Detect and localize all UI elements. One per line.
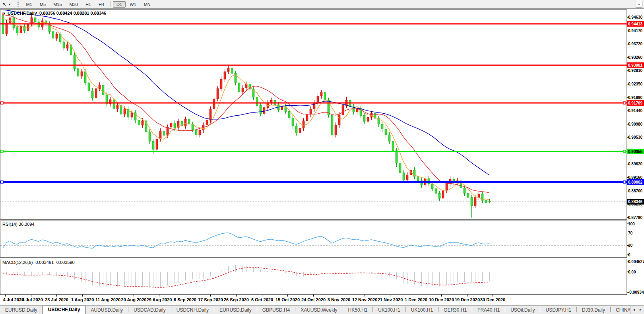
tab-eurusd-daily[interactable]: EURUSD,Daily [0,306,43,314]
candle-body [224,72,226,79]
tab-usdcad-daily[interactable]: USDCAD,Daily [128,306,171,314]
timeframe-button-mn[interactable]: MN [140,1,154,8]
line-selection-marker[interactable] [1,102,3,104]
timeframe-button-h1[interactable]: H1 [82,1,95,8]
candle-body [242,88,244,92]
toolbar-grip[interactable] [17,2,20,7]
candle-body [489,201,491,202]
candle-body [338,115,340,125]
tab-usdcnh-daily[interactable]: USDCNH,Daily [171,306,214,314]
line-selection-marker[interactable] [623,102,626,104]
svg-text:0.94413: 0.94413 [628,22,643,26]
tab-uk100-h1[interactable]: UK100,H1 [406,306,438,314]
candle-body [16,28,18,33]
candle-body [235,74,237,83]
tab-gbpusd-h4[interactable]: GBPUSD,H4 [257,306,295,314]
chart-area[interactable]: 0.946300.941700.937200.932600.928100.923… [0,9,644,305]
svg-text:29 Aug 2020: 29 Aug 2020 [147,297,172,302]
svg-text:23 Jul 2020: 23 Jul 2020 [45,297,68,302]
candle-body [20,27,22,33]
candle-body [99,85,101,89]
candle-body [464,188,466,193]
candle-body [292,118,294,126]
candle-body [270,100,272,103]
candle-body [363,116,365,122]
macd-pane-canvas[interactable] [0,259,627,295]
svg-text:1 Dec 2020: 1 Dec 2020 [405,297,427,302]
svg-text:0.92810: 0.92810 [628,68,643,73]
candle-body [213,99,215,109]
line-selection-marker[interactable] [1,150,3,153]
svg-text:-0.009348: -0.009348 [628,290,644,295]
candle-body [102,85,104,95]
candle-body [313,103,315,109]
tab-fra40-h1[interactable]: FRA40,H1 [472,306,505,314]
tab-uk100-h1[interactable]: UK100,H1 [373,306,405,314]
timeframe-button-d1[interactable]: D1 [113,1,126,8]
scroll-up-button[interactable]: ▲ [636,1,642,8]
tab-eurusd-daily[interactable]: EURUSD,Daily [214,306,257,314]
candle-body [260,106,262,114]
timeframe-button-m1[interactable]: M1 [23,1,36,8]
chevron-down-icon[interactable]: ▾ [8,2,12,6]
candle-body [38,22,40,27]
candle-body [116,105,118,109]
candle-body [74,55,76,69]
svg-text:19 Dec 2020: 19 Dec 2020 [455,297,480,302]
candle-body [131,112,133,117]
tab-scroll-left-icon[interactable]: ◄ [630,306,637,314]
candle-body [124,109,126,114]
svg-text:12 Nov 2020: 12 Nov 2020 [352,297,378,302]
candle-body [467,193,469,197]
svg-text:20 Aug 2020: 20 Aug 2020 [121,297,147,302]
svg-text:0.91440: 0.91440 [628,109,643,113]
rsi-pane-canvas[interactable] [0,221,627,258]
candle-body [113,100,115,109]
line-selection-marker[interactable] [623,181,626,183]
timeframe-button-m30[interactable]: M30 [66,1,81,8]
timeframe-button-w1[interactable]: W1 [126,1,140,8]
candle-body [167,127,169,136]
candle-body [478,194,480,198]
candle-body [159,131,161,139]
candle-body [263,108,265,114]
timeframe-button-m5[interactable]: M5 [36,1,49,8]
tab-usdjpy-h1[interactable]: USDJPY,H1 [540,306,576,314]
date-axis[interactable]: 4 Jul 202014 Jul 202023 Jul 20201 Aug 20… [3,295,505,302]
tab-ger30-h1[interactable]: GER30,H1 [438,306,472,314]
candle-body [485,200,487,203]
candle-body [206,120,208,125]
timeframe-button-h4[interactable]: H4 [95,1,108,8]
tab-audusd-daily[interactable]: AUDUSD,Daily [85,306,128,314]
candle-body [163,131,165,136]
cursor-tool-icon[interactable]: ↖ [1,2,8,7]
tab-usoil-daily[interactable]: USOil,Daily [505,306,540,314]
tab-dj30-daily[interactable]: DJ30,Daily [577,306,610,314]
candle-body [231,68,233,73]
tab-china300-h1[interactable]: CHINA300,H1 [611,306,630,314]
candle-body [331,115,333,135]
tab-hk50-h1[interactable]: HK50,H1 [343,306,373,314]
main-chart-canvas[interactable] [0,10,627,220]
candle-body [335,125,337,135]
tab-xauusd-weekly[interactable]: XAUUSD,Weekly [295,306,342,314]
svg-text:0.00: 0.00 [628,270,636,274]
candle-body [381,124,383,129]
svg-text:14 Jul 2020: 14 Jul 2020 [19,297,43,302]
svg-text:15 Oct 2020: 15 Oct 2020 [275,297,300,302]
line-selection-marker[interactable] [1,181,3,183]
candle-body [95,89,97,98]
svg-text:100: 100 [628,222,635,226]
candle-body [77,69,79,76]
price-axis[interactable]: 0.946300.941700.937200.932600.928100.923… [627,15,643,220]
tab-usdchf-daily[interactable]: USDCHF,Daily [43,306,86,314]
candle-body [27,23,29,31]
candle-body [84,72,86,83]
line-selection-marker[interactable] [623,150,626,153]
tab-scroll-right-icon[interactable]: ► [637,306,644,314]
candle-body [431,184,433,189]
svg-text:0.91709: 0.91709 [628,101,643,105]
candle-body [406,175,408,180]
timeframe-button-m15[interactable]: M15 [50,1,65,8]
tab-scroll-arrows: ◄ ► [630,306,644,314]
